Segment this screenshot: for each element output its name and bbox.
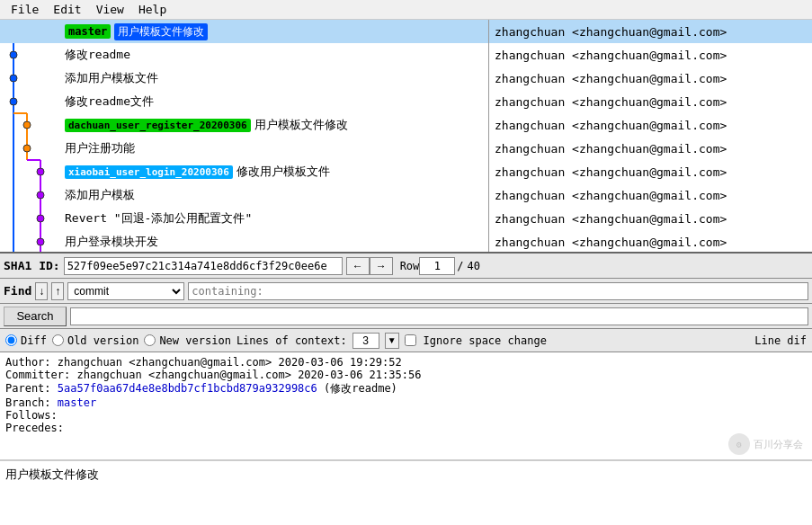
commit-row-4[interactable]: dachuan_user_register_20200306 用户模板文件修改 (0, 113, 488, 137)
line-diff-label: Line dif (754, 334, 807, 347)
committer-info-label: Committer: (5, 369, 70, 381)
author-row-0[interactable]: zhangchuan <zhangchuan@gmail.com> (489, 20, 812, 43)
sha1-input[interactable] (64, 257, 343, 275)
branch-line: Branch: master (5, 396, 807, 409)
author-0: zhangchuan <zhangchuan@gmail.com> (495, 25, 727, 39)
author-5: zhangchuan <zhangchuan@gmail.com> (495, 142, 727, 156)
author-9: zhangchuan <zhangchuan@gmail.com> (495, 236, 727, 249)
precedes-label: Precedes: (5, 422, 64, 434)
commit-msg-8: Revert "回退-添加公用配置文件" (65, 210, 252, 227)
commit-msg-6: 修改用户模板文件 (236, 164, 330, 180)
author-7: zhangchuan <zhangchuan@gmail.com> (495, 189, 727, 202)
author-row-8[interactable]: zhangchuan <zhangchuan@gmail.com> (489, 207, 812, 230)
author-8: zhangchuan <zhangchuan@gmail.com> (495, 212, 727, 226)
sha1-nav: ← → (346, 257, 393, 275)
author-line: Author: zhangchuan <zhangchuan@gmail.com… (5, 356, 807, 369)
new-version-radio[interactable] (144, 334, 156, 346)
parent-sha-link[interactable]: 5aa57f0aa67d4e8e8bdb7cf1bcbd879a932998c6 (58, 382, 317, 395)
author-2: zhangchuan <zhangchuan@gmail.com> (495, 72, 727, 85)
row-sep: / (457, 260, 463, 272)
watermark: ⚙ 百川分享会 (728, 433, 803, 455)
commit-row-3[interactable]: 修改readme文件 (0, 90, 488, 113)
commit-msg-5: 用户注册功能 (65, 140, 135, 156)
branch-info-label: Branch: (5, 396, 51, 409)
commit-summary-text: 用户模板文件修改 (5, 467, 99, 483)
new-version-label: New version (159, 334, 230, 347)
parent-info-label: Parent: (5, 382, 51, 395)
search-button[interactable]: Search (4, 307, 67, 326)
commit-info-panel: Author: zhangchuan <zhangchuan@gmail.com… (0, 352, 812, 460)
author-row-2[interactable]: zhangchuan <zhangchuan@gmail.com> (489, 67, 812, 90)
commit-row-0[interactable]: master 用户模板文件修改 (0, 20, 488, 43)
old-version-radio[interactable] (52, 334, 64, 346)
search-text-input[interactable] (70, 307, 808, 325)
branch-tag-master: master (65, 24, 111, 39)
menu-view[interactable]: View (89, 2, 131, 17)
commit-summary: 用户模板文件修改 ⚙ 百川分享会 (0, 460, 812, 487)
row-total: 40 (468, 260, 480, 272)
ignore-space-checkbox[interactable] (405, 334, 416, 346)
commit-msg-4: 用户模板文件修改 (254, 117, 348, 133)
find-type-select[interactable]: commit author file pickaxe (67, 282, 184, 300)
author-row-9[interactable]: zhangchuan <zhangchuan@gmail.com> (489, 230, 812, 252)
commit-msg-1: 修改readme (65, 47, 130, 63)
find-up-button[interactable]: ↑ (51, 282, 64, 300)
branch-tag-reg: dachuan_user_register_20200306 (65, 119, 251, 132)
menu-edit[interactable]: Edit (46, 2, 88, 17)
ignore-space-label: Ignore space change (424, 334, 547, 347)
committer-info-date: 2020-03-06 21:35:56 (298, 369, 421, 381)
diff-radio[interactable] (5, 334, 17, 346)
branch-tag-login: xiaobai_user_login_20200306 (65, 165, 233, 179)
commit-row-6[interactable]: xiaobai_user_login_20200306 修改用户模板文件 (0, 160, 488, 183)
old-version-label: Old version (67, 334, 138, 347)
diff-options-bar: Diff Old version New version Lines of co… (0, 329, 812, 352)
committer-line: Committer: zhangchuan <zhangchuan@gmail.… (5, 369, 807, 381)
committer-info-value: zhangchuan <zhangchuan@gmail.com> (76, 369, 290, 381)
menu-file[interactable]: File (4, 2, 46, 17)
author-row-4[interactable]: zhangchuan <zhangchuan@gmail.com> (489, 113, 812, 137)
commit-row-9[interactable]: 用户登录模块开发 (0, 230, 488, 252)
sha1-next-button[interactable]: → (370, 257, 393, 275)
left-panel: master 用户模板文件修改 修改readme 添加用户模板文件 修改read… (0, 20, 488, 252)
follows-line: Follows: (5, 409, 807, 422)
commit-row-2[interactable]: 添加用户模板文件 (0, 67, 488, 90)
author-3: zhangchuan <zhangchuan@gmail.com> (495, 95, 727, 109)
commit-row-8[interactable]: Revert "回退-添加公用配置文件" (0, 207, 488, 230)
find-label: Find (4, 284, 31, 298)
commit-row-5[interactable]: 用户注册功能 (0, 137, 488, 160)
commit-msg-2: 添加用户模板文件 (65, 70, 158, 86)
watermark-text: 百川分享会 (754, 438, 803, 451)
lines-spinner-button[interactable]: ▼ (385, 333, 399, 349)
find-text-input[interactable] (188, 282, 808, 300)
parent-line: Parent: 5aa57f0aa67d4e8e8bdb7cf1bcbd879a… (5, 381, 807, 396)
commit-rows: master 用户模板文件修改 修改readme 添加用户模板文件 修改read… (0, 20, 488, 252)
author-info-label: Author: (5, 356, 51, 369)
author-6: zhangchuan <zhangchuan@gmail.com> (495, 165, 727, 179)
branch-value-link[interactable]: master (58, 396, 96, 409)
menu-help[interactable]: Help (131, 2, 174, 17)
new-version-radio-group: New version (144, 334, 230, 347)
commit-tag-head: 用户模板文件修改 (114, 23, 208, 40)
author-row-7[interactable]: zhangchuan <zhangchuan@gmail.com> (489, 183, 812, 207)
row-label: Row (400, 260, 420, 272)
author-info-value: zhangchuan <zhangchuan@gmail.com> (58, 356, 272, 369)
commit-row-1[interactable]: 修改readme (0, 43, 488, 67)
row-input[interactable] (419, 257, 455, 275)
author-row-5[interactable]: zhangchuan <zhangchuan@gmail.com> (489, 137, 812, 160)
watermark-icon: ⚙ (728, 433, 750, 455)
author-row-6[interactable]: zhangchuan <zhangchuan@gmail.com> (489, 160, 812, 183)
commit-row-7[interactable]: 添加用户模板 (0, 183, 488, 207)
sha1-prev-button[interactable]: ← (346, 257, 370, 275)
author-row-1[interactable]: zhangchuan <zhangchuan@gmail.com> (489, 43, 812, 67)
author-1: zhangchuan <zhangchuan@gmail.com> (495, 49, 727, 62)
menu-bar: File Edit View Help (0, 0, 812, 20)
author-row-3[interactable]: zhangchuan <zhangchuan@gmail.com> (489, 90, 812, 113)
find-bar: Find ↓ ↑ commit author file pickaxe (0, 279, 812, 304)
find-down-button[interactable]: ↓ (35, 282, 48, 300)
right-panel: zhangchuan <zhangchuan@gmail.com> zhangc… (488, 20, 812, 252)
old-version-radio-group: Old version (52, 334, 138, 347)
author-info-date: 2020-03-06 19:29:52 (278, 356, 401, 369)
lines-context-input[interactable] (352, 333, 379, 349)
parent-desc-value: (修改readme) (324, 382, 397, 395)
sha1-bar: SHA1 ID: ← → Row / 40 (0, 254, 812, 279)
